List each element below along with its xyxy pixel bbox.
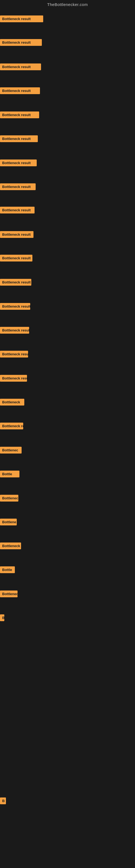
bottleneck-result-item: Bottleneck result	[0, 159, 37, 166]
bottleneck-result-item: Bottleneck resu	[0, 375, 27, 382]
bottleneck-result-item: Bottlene	[0, 519, 17, 525]
bottleneck-result-item: B	[0, 798, 6, 804]
bottleneck-result-item: Bottleneck result	[0, 351, 28, 358]
bottleneck-result-item: Bottleneck result	[0, 39, 42, 46]
bottleneck-result-item: Bottle	[0, 566, 15, 573]
site-title: TheBottlenecker.com	[47, 2, 88, 7]
bottleneck-result-item: Bottleneck r	[0, 542, 21, 549]
bottleneck-result-item: Bottleneck result	[0, 279, 31, 286]
bottleneck-result-item: Bottleneck result	[0, 63, 41, 70]
bottleneck-result-item: B	[0, 614, 4, 621]
bottleneck-result-item: Bottleneck result	[0, 207, 35, 214]
bottleneck-result-item: Bottleneck result	[0, 255, 32, 261]
bottleneck-result-item: Bottleneck result	[0, 112, 39, 118]
bottleneck-result-item: Bottle	[0, 471, 19, 477]
bottleneck-result-item: Bottlenec	[0, 590, 17, 597]
bottleneck-result-item: Bottleneck result	[0, 135, 38, 142]
bottleneck-result-item: Bottleneck res	[0, 423, 23, 429]
bottleneck-result-item: Bottleneck	[0, 399, 24, 405]
bottleneck-result-item: Bottleneck result	[0, 303, 30, 310]
bottleneck-result-item: Bottleneck result	[0, 231, 34, 238]
bottleneck-result-item: Bottleneck result	[0, 327, 29, 334]
bottleneck-result-item: Bottleneck result	[0, 16, 43, 22]
bottleneck-result-item: Bottlenec	[0, 447, 21, 454]
bottleneck-result-item: Bottleneck result	[0, 183, 36, 190]
bottleneck-result-item: Bottleneck result	[0, 87, 40, 94]
bottleneck-result-item: Bottlenec	[0, 495, 18, 501]
site-header: TheBottlenecker.com	[0, 0, 135, 8]
